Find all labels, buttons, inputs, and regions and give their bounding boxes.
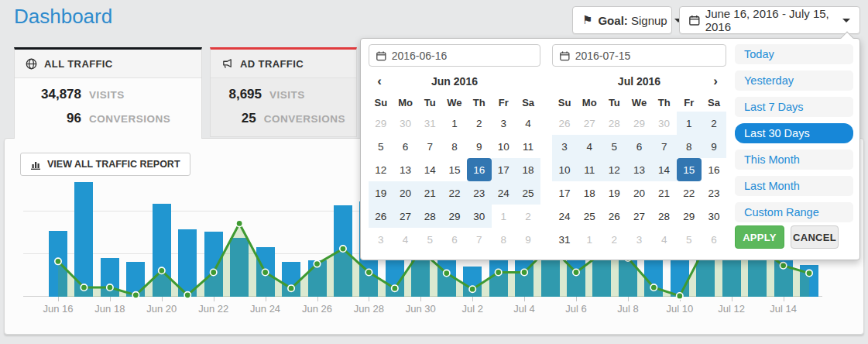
day-cell-jun-2016-14[interactable]: 14 [417, 158, 442, 181]
day-cell-jun-2016-26[interactable]: 26 [369, 205, 393, 228]
start-date-input[interactable] [392, 50, 533, 62]
day-cell-jun-2016-2[interactable]: 2 [467, 112, 492, 135]
day-cell-jun-2016-9[interactable]: 9 [467, 135, 492, 158]
line-point-jul-6[interactable] [573, 269, 579, 275]
day-cell-jul-2016-3[interactable]: 3 [626, 228, 651, 251]
day-cell-jun-2016-25[interactable]: 25 [516, 181, 540, 205]
start-date-field[interactable] [369, 44, 540, 67]
day-cell-jun-2016-6[interactable]: 6 [442, 228, 467, 251]
goal-selector-button[interactable]: ⚑ Goal: Signup [572, 6, 672, 34]
line-point-jun-18[interactable] [107, 284, 113, 291]
day-cell-jul-2016-2[interactable]: 2 [602, 228, 626, 251]
day-cell-jul-2016-1[interactable]: 1 [577, 228, 602, 251]
line-point-jun-25[interactable] [288, 285, 294, 291]
line-point-jul-2[interactable] [469, 286, 475, 292]
line-point-jun-26[interactable] [314, 260, 320, 267]
range-item-last-month[interactable]: Last Month [735, 176, 853, 196]
line-point-jul-1[interactable] [444, 270, 450, 276]
day-cell-jun-2016-21[interactable]: 21 [417, 181, 442, 205]
line-point-jul-3[interactable] [495, 269, 501, 275]
day-cell-jul-2016-30[interactable]: 30 [702, 205, 726, 228]
day-cell-jul-2016-8[interactable]: 8 [677, 135, 702, 158]
range-item-today[interactable]: Today [735, 44, 853, 64]
range-item-custom-range[interactable]: Custom Range [735, 202, 853, 222]
line-point-jun-28[interactable] [365, 269, 372, 275]
day-cell-jul-2016-1[interactable]: 1 [677, 112, 702, 135]
day-cell-jul-2016-26[interactable]: 26 [602, 205, 626, 228]
day-cell-jul-2016-12[interactable]: 12 [602, 158, 626, 181]
day-cell-jun-2016-7[interactable]: 7 [467, 228, 492, 251]
line-point-jun-22[interactable] [211, 269, 217, 275]
range-item-last-30-days[interactable]: Last 30 Days [735, 123, 853, 143]
day-cell-jul-2016-31[interactable]: 31 [552, 228, 577, 251]
day-cell-jun-2016-4[interactable]: 4 [516, 112, 540, 135]
day-cell-jul-2016-27[interactable]: 27 [626, 205, 651, 228]
day-cell-jul-2016-22[interactable]: 22 [677, 181, 702, 205]
view-all-traffic-report-button[interactable]: VIEW ALL TRAFFIC REPORT [20, 153, 190, 176]
line-point-jun-27[interactable] [340, 246, 346, 252]
day-cell-jun-2016-29[interactable]: 29 [369, 112, 393, 135]
day-cell-jul-2016-9[interactable]: 9 [702, 135, 726, 158]
day-cell-jul-2016-17[interactable]: 17 [552, 181, 577, 205]
day-cell-jul-2016-6[interactable]: 6 [626, 135, 651, 158]
day-cell-jun-2016-18[interactable]: 18 [516, 158, 540, 181]
day-cell-jul-2016-14[interactable]: 14 [652, 158, 677, 181]
day-cell-jun-2016-5[interactable]: 5 [417, 228, 442, 251]
day-cell-jul-2016-5[interactable]: 5 [602, 135, 626, 158]
day-cell-jul-2016-25[interactable]: 25 [577, 205, 602, 228]
day-cell-jun-2016-7[interactable]: 7 [417, 135, 442, 158]
day-cell-jun-2016-30[interactable]: 30 [467, 205, 492, 228]
line-point-jun-23[interactable] [236, 220, 242, 226]
day-cell-jun-2016-3[interactable]: 3 [492, 112, 516, 135]
day-cell-jul-2016-6[interactable]: 6 [702, 228, 726, 251]
day-cell-jun-2016-23[interactable]: 23 [467, 181, 492, 205]
end-date-input[interactable] [575, 50, 719, 62]
day-cell-jun-2016-3[interactable]: 3 [369, 228, 393, 251]
day-cell-jul-2016-20[interactable]: 20 [626, 181, 651, 205]
day-cell-jul-2016-28[interactable]: 28 [652, 205, 677, 228]
day-cell-jul-2016-11[interactable]: 11 [577, 158, 602, 181]
prev-month-icon[interactable]: ‹ [369, 74, 390, 89]
day-cell-jul-2016-27[interactable]: 27 [577, 112, 602, 135]
day-cell-jul-2016-13[interactable]: 13 [626, 158, 651, 181]
day-cell-jul-2016-18[interactable]: 18 [577, 181, 602, 205]
day-cell-jun-2016-19[interactable]: 19 [369, 181, 393, 205]
day-cell-jul-2016-26[interactable]: 26 [552, 112, 577, 135]
day-cell-jun-2016-10[interactable]: 10 [492, 135, 516, 158]
line-point-jun-16[interactable] [55, 258, 61, 264]
day-cell-jul-2016-16[interactable]: 16 [702, 158, 726, 181]
day-cell-jul-2016-29[interactable]: 29 [677, 205, 702, 228]
day-cell-jul-2016-19[interactable]: 19 [602, 181, 626, 205]
day-cell-jul-2016-5[interactable]: 5 [677, 228, 702, 251]
day-cell-jun-2016-1[interactable]: 1 [492, 205, 516, 228]
day-cell-jun-2016-8[interactable]: 8 [442, 135, 467, 158]
day-cell-jun-2016-12[interactable]: 12 [369, 158, 393, 181]
day-cell-jul-2016-4[interactable]: 4 [577, 135, 602, 158]
day-cell-jun-2016-1[interactable]: 1 [442, 112, 467, 135]
day-cell-jun-2016-24[interactable]: 24 [492, 181, 516, 205]
day-cell-jun-2016-29[interactable]: 29 [442, 205, 467, 228]
day-cell-jun-2016-4[interactable]: 4 [393, 228, 418, 251]
day-cell-jul-2016-3[interactable]: 3 [552, 135, 577, 158]
tab-all-traffic[interactable]: ALL TRAFFIC 34,878 VISITS 96 CONVERSIONS [14, 47, 202, 139]
day-cell-jul-2016-28[interactable]: 28 [602, 112, 626, 135]
apply-button[interactable]: APPLY [735, 225, 784, 249]
cancel-button[interactable]: CANCEL [791, 225, 839, 249]
day-cell-jun-2016-31[interactable]: 31 [417, 112, 442, 135]
day-cell-jul-2016-23[interactable]: 23 [702, 181, 726, 205]
day-cell-jul-2016-21[interactable]: 21 [652, 181, 677, 205]
day-cell-jul-2016-10[interactable]: 10 [552, 158, 577, 181]
day-cell-jul-2016-30[interactable]: 30 [652, 112, 677, 135]
line-point-jul-15[interactable] [806, 270, 812, 276]
day-cell-jun-2016-8[interactable]: 8 [492, 228, 516, 251]
day-cell-jun-2016-28[interactable]: 28 [417, 205, 442, 228]
day-cell-jun-2016-16-selected[interactable]: 16 [467, 158, 492, 181]
line-point-jun-29[interactable] [392, 285, 398, 291]
day-cell-jul-2016-2[interactable]: 2 [702, 112, 726, 135]
line-point-jun-17[interactable] [81, 284, 87, 291]
day-cell-jun-2016-13[interactable]: 13 [393, 158, 418, 181]
day-cell-jun-2016-6[interactable]: 6 [393, 135, 418, 158]
day-cell-jun-2016-2[interactable]: 2 [516, 205, 540, 228]
line-point-jul-4[interactable] [521, 269, 527, 275]
day-cell-jul-2016-4[interactable]: 4 [652, 228, 677, 251]
